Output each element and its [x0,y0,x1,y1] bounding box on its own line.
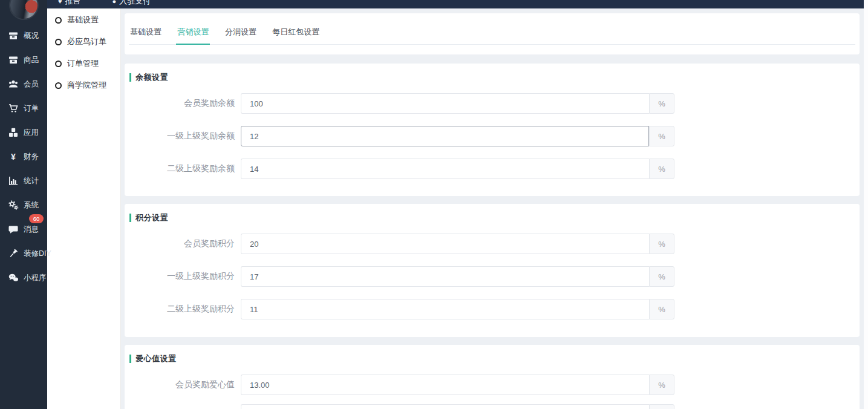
section-header: 爱心值设置 [129,355,860,363]
sidebar-item-label: 应用 [24,128,39,138]
sidebar-item-diy[interactable]: 装修DIY [0,241,47,266]
system-icon [7,200,19,210]
sidebar-item-overview[interactable]: 概况 [0,24,47,48]
section-header: 余额设置 [129,73,860,82]
apps-icon [7,128,19,137]
sidebar-item-finance[interactable]: ¥ 财务 [0,145,47,169]
percent-suffix: % [649,299,674,319]
section-marker [129,355,131,363]
field-label: 一级上级奖励积分 [125,271,235,282]
dot-icon: ● [113,0,117,5]
topnav-item-2[interactable]: ● 入驻支付 [113,0,151,7]
sidebar-item-label: 财务 [24,152,39,162]
vertical-scrollbar[interactable] [864,0,868,409]
stats-icon [7,176,19,186]
sidebar-item-label: 会员 [24,79,39,90]
field-row-member-balance: 会员奖励余额 % [125,93,860,114]
section-title: 爱心值设置 [135,353,177,364]
tab-basic-settings[interactable]: 基础设置 [129,27,163,44]
member-reward-love-input[interactable] [241,375,649,395]
field-label: 会员奖励积分 [125,238,235,249]
submenu-item-basic-settings[interactable]: 基础设置 [47,9,120,31]
percent-suffix: % [649,159,674,179]
field-row-level2-balance: 二级上级奖励余额 % [125,159,860,179]
points-settings-section: 积分设置 会员奖励积分 % 一级上级奖励积分 % 二级上级奖励积分 [125,204,860,337]
goods-icon [7,55,19,65]
radio-circle-icon [55,39,62,45]
field-label: 会员奖励爱心值 [125,379,235,390]
level1-reward-balance-input[interactable] [241,126,649,146]
member-reward-balance-input[interactable] [241,93,649,114]
sidebar-item-label: 消息 [24,224,39,235]
topnav-label: 入驻支付 [119,0,151,7]
messages-icon [7,224,19,234]
sidebar-item-label: 概况 [24,31,39,41]
sidebar-item-messages[interactable]: 消息 60 [0,217,47,241]
radio-circle-icon [55,82,62,89]
balance-settings-section: 余额设置 会员奖励余额 % 一级上级奖励余额 % 二级上级奖励余额 [125,64,860,196]
level2-reward-balance-input[interactable] [241,159,649,179]
messages-count-badge: 60 [29,214,44,223]
percent-suffix: % [649,234,674,254]
field-row-level1-balance: 一级上级奖励余额 % [125,126,860,146]
section-marker [129,73,131,82]
sidebar-item-label: 统计 [24,176,39,186]
admin-settings-page: ♥ 推台 ● 入驻支付 概况 商品 [0,0,868,409]
main-content: 基础设置 营销设置 分润设置 每日红包设置 余额设置 会员奖励余额 % 一级上级… [121,8,864,409]
level2-reward-points-input[interactable] [241,299,649,319]
section-marker [129,214,131,222]
sidebar-item-label: 订单 [24,103,39,114]
field-label: 一级上级奖励余额 [125,131,235,142]
tab-marketing-settings[interactable]: 营销设置 [176,27,210,45]
topnav-label: 推台 [65,0,81,7]
section-header: 积分设置 [129,214,860,222]
field-row-level1-points: 一级上级奖励积分 % [125,266,860,287]
sidebar-item-orders[interactable]: 订单 [0,96,47,120]
percent-suffix: % [649,375,674,395]
field-row-member-love-value: 会员奖励爱心值 % [125,375,860,395]
sidebar-item-members[interactable]: 会员 [0,72,47,96]
field-row-member-points: 会员奖励积分 % [125,234,860,254]
section-title: 余额设置 [135,72,168,83]
orders-icon [7,103,19,113]
heart-icon: ♥ [58,0,62,5]
tab-profit-settings[interactable]: 分润设置 [224,27,258,44]
sidebar-item-apps[interactable]: 应用 [0,120,47,145]
overview-icon [7,31,19,41]
sidebar-item-miniprogram[interactable]: 小程序 [0,266,47,290]
sidebar-item-label: 装修DIY [24,249,51,259]
primary-sidebar: 概况 商品 会员 订单 [0,0,47,409]
user-avatar[interactable] [10,0,38,19]
percent-suffix: % [649,126,674,146]
sidebar-item-goods[interactable]: 商品 [0,48,47,72]
secondary-sidebar: 基础设置 必应鸟订单 订单管理 商学院管理 [47,8,121,409]
percent-suffix: % [649,93,674,114]
radio-circle-icon [55,17,62,24]
level1-reward-points-input[interactable] [241,266,649,287]
member-reward-points-input[interactable] [241,234,649,254]
submenu-item-order-management[interactable]: 订单管理 [47,53,120,74]
field-row-level2-points: 二级上级奖励积分 % [125,299,860,319]
field-label: 二级上级奖励余额 [125,163,235,174]
field-row-partial-next: % [125,404,860,409]
field-label: 会员奖励余额 [125,98,235,109]
section-title: 积分设置 [135,212,168,223]
percent-suffix: % [649,266,674,287]
sidebar-item-system[interactable]: 系统 [0,193,47,217]
partial-next-input[interactable] [241,404,649,409]
tab-daily-redpacket-settings[interactable]: 每日红包设置 [271,27,321,44]
submenu-item-academy-management[interactable]: 商学院管理 [47,74,120,96]
radio-circle-icon [55,61,62,67]
topnav-item-1[interactable]: ♥ 推台 [58,0,81,7]
sidebar-item-label: 系统 [24,200,39,211]
settings-tabs: 基础设置 营销设置 分润设置 每日红包设置 [129,13,855,45]
submenu-item-bird-orders[interactable]: 必应鸟订单 [47,31,120,53]
miniprogram-icon [7,273,19,283]
love-value-settings-section: 爱心值设置 会员奖励爱心值 % % [125,345,860,409]
percent-suffix: % [649,404,674,409]
sidebar-item-stats[interactable]: 统计 [0,169,47,193]
field-label: 二级上级奖励积分 [125,304,235,315]
diy-icon [7,249,19,258]
tab-card: 基础设置 营销设置 分润设置 每日红包设置 [125,13,860,54]
members-icon [7,79,19,89]
